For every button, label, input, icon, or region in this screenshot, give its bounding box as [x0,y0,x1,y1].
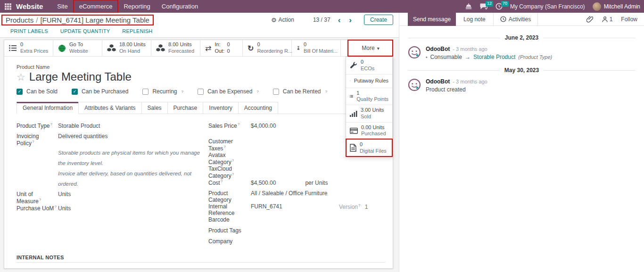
app-name[interactable]: Website [16,2,43,10]
stat-reordering-rules[interactable]: ↻ 0Reordering R... [243,40,292,56]
favorite-star-icon[interactable]: ☆ [17,72,25,82]
checkbox-recurring[interactable]: Recurring? [142,88,183,95]
update-quantity-button[interactable]: UPDATE QUANTITY [60,28,110,34]
field-value[interactable]: All / Saleable / Office Furniture [251,190,328,197]
field-label: Company [208,238,251,245]
field-value[interactable]: Units [58,205,71,212]
shuffle-icon [350,78,351,84]
menu-item-ecos[interactable]: 0ECOs [346,57,392,74]
attachments-button[interactable] [586,16,593,23]
checkbox-checked[interactable]: ✓ [17,89,23,95]
follow-button[interactable]: Follow [621,16,637,23]
checkbox-label: Can be Sold [26,88,58,95]
more-dropdown-button[interactable]: More ▾ [348,40,393,56]
pager-next-button[interactable]: › [348,16,353,24]
version-value: 1 [365,204,368,210]
help-icon: ? [238,122,239,126]
gear-icon: ⚙ [271,16,277,24]
messages-icon[interactable]: 12 [480,3,488,10]
stat-go-to-website[interactable]: Go ToWebsite [53,40,102,56]
help-icon: ? [181,90,183,94]
checkbox-label: Can be Purchased [82,88,128,95]
wrench-icon [350,62,357,69]
replenish-button[interactable]: REPLENISH [122,28,152,34]
arrow-right-icon: → [465,54,471,60]
field-label: Cost? [208,179,251,186]
menu-configuration[interactable]: Configuration [156,0,204,13]
field-value[interactable]: $4,000.00 [251,123,276,129]
user-menu[interactable]: Mitchell Admin [593,2,640,11]
tab-inventory[interactable]: Inventory [203,102,238,114]
tracking-change: • Consumable → Storable Product (Product… [426,54,552,60]
checkbox-can-be-expensed[interactable]: Can be Expensed? [198,88,259,95]
tab-accounting[interactable]: Accounting [238,102,278,114]
tab-sales[interactable]: Sales [141,102,168,114]
activities-clock-icon[interactable]: 70 [495,3,503,10]
breadcrumb-products-link[interactable]: Products [6,16,33,24]
tracking-old-value: Consumable [430,54,462,60]
tab-attributes-variants[interactable]: Attributes & Variants [78,102,142,114]
checkbox-can-be-rented[interactable]: Can be Rented? [273,88,327,95]
top-navbar: Website Site eCommerce Reporting Configu… [0,0,644,13]
field-value[interactable]: $4,500.00 [251,180,276,186]
stat-value: 0 [257,41,292,48]
menu-item-units-sold[interactable]: 3.00 UnitsSold [346,105,392,122]
field-cost: Cost? $4,500.00 per Units [208,179,383,190]
company-switcher[interactable]: My Company (San Francisco) [510,3,585,10]
menu-item-value: 0 [360,141,387,148]
stat-extra-prices[interactable]: 0Extra Prices [4,40,53,56]
menu-item-quality-points[interactable]: 1Quality Points [346,88,392,105]
checkbox-label: Can be Expensed [207,88,252,95]
menu-site[interactable]: Site [51,0,73,13]
schedule-activity-button[interactable]: Activities [493,13,538,25]
print-labels-button[interactable]: PRINT LABELS [10,28,48,34]
flask-icon [297,44,300,52]
menu-item-digital-files[interactable]: 0Digital Files [346,139,392,157]
field-value[interactable]: FURN_6741 [251,203,282,210]
field-value[interactable]: Units [58,191,71,198]
file-text-icon [350,144,356,152]
menu-item-units-purchased[interactable]: 0.00 UnitsPurchased [346,122,392,140]
internal-notes-section: INTERNAL NOTES This note is only for int… [17,255,385,272]
checkbox-can-be-sold[interactable]: ✓ Can be Sold [17,88,58,95]
checkbox-unchecked[interactable] [273,89,279,95]
stat-forecasted[interactable]: 8.00 UnitsForecasted [151,40,200,56]
version-label: Version [339,204,358,210]
checkbox-unchecked[interactable] [198,89,204,95]
tab-general-information[interactable]: General Information [17,102,79,114]
menu-item-value: 1 [356,90,388,97]
menu-item-putaway-rules[interactable]: Putaway Rules [346,74,392,88]
send-message-button[interactable]: Send message [408,13,456,26]
action-menu-button[interactable]: ⚙ Action [271,16,294,24]
field-value[interactable]: Delivered quantities [58,133,107,140]
breadcrumb: Products / [FURN_6741] Large Meeting Tab… [2,15,153,25]
pager-previous-button[interactable]: ‹ [337,16,342,24]
field-value[interactable]: Storable Product [58,123,100,129]
field-label: Product Category [208,190,251,203]
message-author[interactable]: OdooBot [426,78,450,85]
internal-notes-title: INTERNAL NOTES [17,255,385,263]
product-title[interactable]: Large Meeting Table [29,70,132,83]
stat-on-hand[interactable]: 18.00 UnitsOn Hand [102,40,151,56]
cubes-icon [156,44,165,52]
globe-icon [58,44,66,52]
checkbox-can-be-purchased[interactable]: ✓ Can be Purchased [72,88,128,95]
menu-ecommerce[interactable]: eCommerce [74,0,118,13]
apps-grid-icon[interactable] [5,3,11,10]
checkbox-unchecked[interactable] [142,89,149,95]
stat-in-out[interactable]: ⇄ In:0 Out:0 [200,40,243,56]
tracking-new-value: Storable Product [473,54,515,60]
date-separator: May 30, 2023 [408,67,636,74]
help-icon: ? [232,158,234,163]
bell-icon[interactable] [465,3,472,10]
stat-bill-of-materials[interactable]: 0Bill Of Materi... [292,40,341,56]
form-sheet: 0Extra Prices Go ToWebsite 18.00 UnitsOn… [4,40,393,269]
followers-button[interactable]: 1 [602,16,613,23]
stat-value: 0 [304,41,338,48]
tab-purchase[interactable]: Purchase [167,102,204,114]
message-author[interactable]: OdooBot [426,46,450,52]
log-note-button[interactable]: Log note [456,13,493,25]
checkbox-checked[interactable]: ✓ [72,89,78,95]
menu-reporting[interactable]: Reporting [118,0,156,13]
create-button[interactable]: Create [364,15,393,25]
